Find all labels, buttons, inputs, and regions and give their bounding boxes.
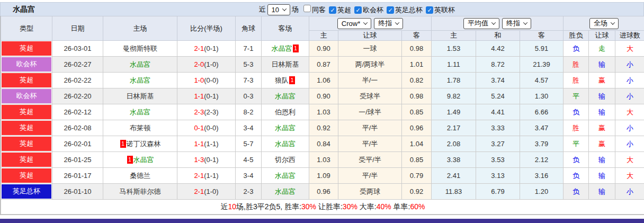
competition-badge: 欧会杯 <box>2 89 51 103</box>
halftime-score: (0-1) <box>204 156 218 164</box>
sub-header-crow-away: 客 <box>402 31 432 41</box>
avg-draw-odds: 6.79 <box>476 184 520 200</box>
competition-badge: 英超 <box>2 73 51 87</box>
score-cell: 2-1(0-1) <box>177 41 236 57</box>
corner-cell: 8-2 <box>236 104 262 120</box>
result-outcome: 胜 <box>564 57 589 73</box>
away-team-name[interactable]: 切尔西 <box>275 156 296 164</box>
match-row: 英超26-01-251水晶宫1-3(0-1)4-5切尔西1.03受平/半0.85… <box>1 152 644 168</box>
away-team-cell: 狼队1 <box>262 73 309 88</box>
date-cell: 26-02-08 <box>52 120 103 136</box>
avg-home-odds: 2.08 <box>432 136 476 152</box>
away-team-name[interactable]: 水晶宫 <box>275 92 296 100</box>
recent-count-select[interactable]: 10 <box>267 4 290 15</box>
crow-away-odds: 0.85 <box>402 152 432 168</box>
away-team-name[interactable]: 水晶宫 <box>275 124 296 132</box>
away-team-name[interactable]: 水晶宫 <box>275 140 296 148</box>
home-team-name[interactable]: 日林斯基 <box>127 92 154 100</box>
away-team-name[interactable]: 水晶宫 <box>275 188 296 195</box>
checkbox-checked[interactable]: ✓ <box>387 6 394 14</box>
avg-away-odds: 3.16 <box>520 168 564 184</box>
corner-cell: 5-3 <box>236 57 262 73</box>
avg-home-odds: 2.17 <box>432 120 476 136</box>
type-cell: 英超 <box>1 104 52 120</box>
summary-row: 近10场,胜3平2负5, 胜率:30% 让胜率:30% 大率:40% 单率:60… <box>1 200 644 215</box>
matches-table-wrap: 类型 日期 主场 比分(半场) 角球 客场 Crow* 终指 <box>0 16 644 215</box>
fulltime-score: 1-0 <box>194 76 204 84</box>
sub-header-outcome: 胜负 <box>564 31 589 41</box>
away-team-name[interactable]: 狼队 <box>275 76 289 84</box>
home-team-name[interactable]: 水晶宫 <box>133 156 154 164</box>
average-select[interactable]: 平均值 <box>463 18 499 29</box>
crow-away-odds: 0.96 <box>402 120 432 136</box>
away-team-cell: 切尔西 <box>262 152 309 168</box>
away-team-name[interactable]: 伯恩利 <box>275 108 296 116</box>
sub-header-avg-home: 主 <box>432 31 476 41</box>
avg-draw-odds: 3.53 <box>476 152 520 168</box>
home-team-name[interactable]: 水晶宫 <box>130 76 150 84</box>
home-team-name[interactable]: 布莱顿 <box>130 124 150 132</box>
checkbox-checked[interactable]: ✓ <box>354 6 362 14</box>
away-team-name[interactable]: 水晶宫 <box>275 172 296 180</box>
fulltime-score: 0-1 <box>194 124 204 132</box>
home-team-name[interactable]: 桑德兰 <box>130 172 150 180</box>
avg-away-odds: 21.39 <box>520 57 564 73</box>
type-cell: 英超 <box>1 152 52 168</box>
away-team-name[interactable]: 日林斯基 <box>272 60 299 68</box>
scope-select[interactable]: 全场 <box>589 18 619 29</box>
crow-handicap: 平/半 <box>338 120 402 136</box>
odds-company-select[interactable]: Crow* <box>337 18 371 29</box>
odds-stage-select[interactable]: 终指 <box>374 18 403 29</box>
average-stage-select[interactable]: 终指 <box>502 18 531 29</box>
date-cell: 26-03-01 <box>52 41 103 57</box>
fulltime-score: 2-0 <box>194 60 204 68</box>
crow-home-odds: 1.09 <box>309 168 338 184</box>
corner-cell: 5-7 <box>236 136 262 152</box>
checkbox-label: 英联杯 <box>434 6 455 14</box>
corner-cell: 2-3 <box>236 184 262 200</box>
summary-segment: 单率: <box>391 202 410 211</box>
competition-badge: 英超 <box>2 168 51 183</box>
home-team-name[interactable]: 曼彻斯特联 <box>123 44 157 52</box>
result-goals: 小 <box>615 120 644 136</box>
average-value: 平均值 <box>468 19 488 28</box>
crow-home-odds: 0.92 <box>309 120 338 136</box>
checkbox-checked[interactable]: ✓ <box>329 6 336 14</box>
competition-badge: 英超 <box>2 105 51 119</box>
result-outcome: 负 <box>564 152 589 168</box>
checkbox-label: 欧会杯 <box>363 6 383 14</box>
match-row: 英超26-02-12水晶宫2-3(2-3)8-2伯恩利1.03一/球半0.851… <box>1 104 644 120</box>
home-team-name[interactable]: 诺丁汉森林 <box>127 140 161 148</box>
avg-away-odds: 4.57 <box>520 73 564 88</box>
result-handicap: 走 <box>589 41 615 57</box>
result-handicap: 输 <box>589 168 615 184</box>
home-team-name[interactable]: 水晶宫 <box>130 108 150 116</box>
avg-away-odds: 3.47 <box>520 120 564 136</box>
avg-draw-odds: 3.13 <box>476 168 520 184</box>
result-goals: 小 <box>615 88 644 104</box>
type-cell: 欧会杯 <box>1 88 52 104</box>
checkbox-unchecked[interactable] <box>303 5 311 12</box>
score-cell: 1-1(1-1) <box>177 136 236 152</box>
home-team-name[interactable]: 水晶宫 <box>130 60 150 68</box>
home-team-cell: 水晶宫 <box>103 104 177 120</box>
avg-away-odds: 2.12 <box>520 152 564 168</box>
result-goals: 大 <box>615 152 644 168</box>
avg-draw-odds: 4.41 <box>476 104 520 120</box>
fulltime-score: 2-1 <box>194 188 204 195</box>
away-team-name[interactable]: 水晶宫 <box>272 44 292 52</box>
match-row: 英超26-03-01曼彻斯特联2-1(0-1)7-1水晶宫10.90一球0.98… <box>1 41 644 57</box>
col-header-away: 客场 <box>262 16 309 41</box>
checkbox-label: 英超 <box>337 6 351 14</box>
crow-home-odds: 0.84 <box>309 136 338 152</box>
summary-segment: 60% <box>410 202 425 211</box>
home-team-cell: 1诺丁汉森林 <box>103 136 177 152</box>
home-team-name[interactable]: 马科斯菲尔德 <box>120 188 161 195</box>
avg-home-odds: 9.82 <box>432 88 476 104</box>
halftime-score: (0-1) <box>204 44 218 52</box>
col-header-score: 比分(半场) <box>177 16 236 41</box>
checkbox-checked[interactable]: ✓ <box>426 6 433 14</box>
fulltime-score: 2-1 <box>194 172 204 180</box>
match-row: 欧会杯26-02-20日林斯基1-1(0-1)0-3水晶宫0.90受球半0.98… <box>1 88 644 104</box>
away-team-cell: 水晶宫 <box>262 184 309 200</box>
